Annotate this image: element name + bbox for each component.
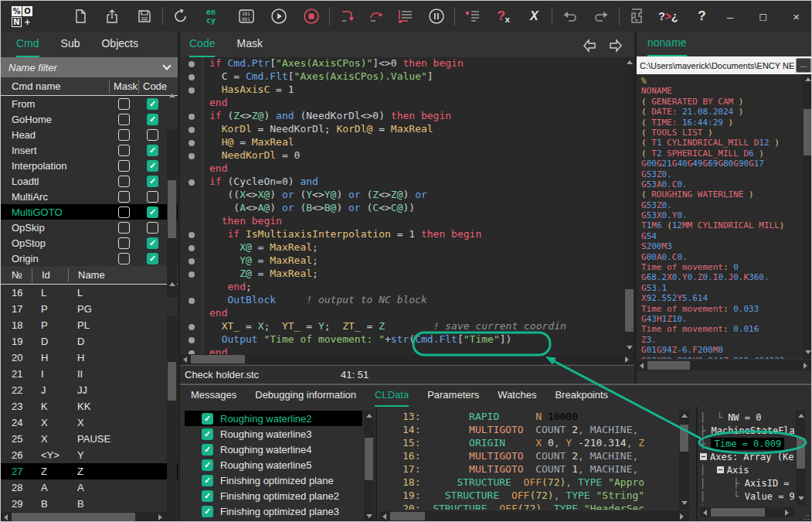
reg-table-row[interactable]: 26<Y>Y [1,447,178,463]
reg-table-row[interactable]: 28AA [1,479,178,496]
tab-sub[interactable]: Sub [61,37,80,57]
tab-cmd[interactable]: Cmd [16,37,39,57]
collapse-box-icon[interactable] [700,453,707,460]
gutter[interactable] [180,307,203,320]
code-line[interactable]: then begin [180,215,634,228]
code-line[interactable]: Y@ = MaxReal; [180,254,634,268]
nc-code-view[interactable]: %NONAME( GENERATED BY CAM )( DATE: 21.08… [637,74,803,359]
cmd-table-row[interactable]: From✓ [1,96,178,111]
checkbox-checked[interactable]: ✓ [147,253,158,264]
code-line[interactable]: KorDl = NeedKorDl; KorDl@ = MaxReal [180,123,634,136]
checkbox-checked[interactable]: ✓ [147,114,158,125]
scroll-right-arrow-icon[interactable] [625,357,629,363]
cmd-table-row[interactable]: OpSkip [1,220,178,235]
breakpoint-dot-icon[interactable] [189,337,195,343]
reg-table-row[interactable]: 17PPG [1,301,178,317]
cldata-scrollbar[interactable] [679,411,689,510]
cldata-hscrollbar[interactable] [379,511,689,521]
code-line[interactable]: Z@ = MaxReal; [180,268,634,281]
code-line[interactable]: end [180,97,634,110]
scroll-down-arrow-icon[interactable] [798,496,804,500]
reg-table-row[interactable]: 18PPL [1,317,178,333]
code-line[interactable]: if IsMultiaxisInterpolation = 1 then beg… [180,228,634,241]
ency-logo[interactable]: ency [202,5,225,28]
cmd-table-row[interactable]: Interpolation✓ [1,158,178,173]
tree-item[interactable]: │ Axis [700,463,794,476]
tab-watches[interactable]: Watches [498,389,536,407]
tree-hscrollbar[interactable] [700,507,794,517]
breakpoint-dot-icon[interactable] [189,153,195,159]
tab-parameters[interactable]: Parameters [427,389,479,407]
breakpoint-gutter[interactable] [180,346,203,354]
breakpoint-gutter[interactable] [180,110,203,123]
checkbox-checked[interactable]: ✓ [202,475,213,486]
reg-table-scrollbar[interactable] [167,316,177,522]
scroll-left-arrow-icon[interactable] [703,510,707,516]
breakpoint-gutter[interactable] [180,254,203,268]
breakpoint-gutter[interactable] [180,241,203,254]
column-header-code[interactable]: Code [138,80,167,94]
editor-scrollbar[interactable] [624,57,634,354]
operation-item[interactable]: ✓Finishing optimized plane2 [185,488,362,503]
checkbox-unchecked[interactable] [147,129,158,141]
cmd-table-row[interactable]: GoHome✓ [1,111,178,127]
resize-grip[interactable]: .:: [804,513,810,521]
breakpoint-gutter[interactable] [180,333,203,346]
operation-item[interactable]: ✓Roughing waterline5 [185,457,362,473]
breakpoint-dot-icon[interactable] [189,114,195,120]
breakpoint-dot-icon[interactable] [189,87,195,94]
checkbox-checked[interactable]: ✓ [202,490,213,502]
reg-table-row[interactable]: 21III [1,366,178,382]
checkbox-checked[interactable]: ✓ [202,413,213,425]
checkbox-unchecked[interactable] [118,176,130,187]
operation-item[interactable]: ✓Finishing optimized plane3 [185,503,362,519]
operations-scrollbar[interactable] [364,411,374,522]
scroll-up-arrow-icon[interactable] [169,282,175,286]
breakpoint-gutter[interactable] [180,57,203,70]
code-line[interactable]: HasAxisC = 1 [180,84,634,97]
redo-icon[interactable] [589,5,613,28]
breakpoint-dot-icon[interactable] [189,127,195,133]
run-icon[interactable] [267,5,290,28]
cmd-table-row[interactable]: MultiGOTO✓ [1,204,178,220]
reg-table-row[interactable]: 22JJJ [1,382,178,398]
operation-item[interactable]: ✓Finishing optimized plane [185,473,362,488]
checkbox-checked[interactable]: ✓ [202,459,213,471]
breakpoint-gutter[interactable] [180,149,203,162]
breakpoint-dot-icon[interactable] [189,245,195,251]
stop-icon[interactable] [300,5,323,28]
checkbox-unchecked[interactable] [118,191,130,203]
scroll-down-arrow-icon[interactable] [681,501,688,505]
cmd-table-row[interactable]: Insert✓ [1,142,178,158]
export-icon[interactable] [100,5,124,28]
checkbox-checked[interactable]: ✓ [202,444,213,455]
scroll-up-arrow-icon[interactable] [366,414,372,418]
checkbox-checked[interactable]: ✓ [147,160,158,172]
code-line[interactable]: C = Cmd.Flt["Axes(AxisCPos).Value"] [180,70,634,84]
clear-questions-icon[interactable]: ?x [492,5,515,28]
syntax-check-icon[interactable]: ?>¿ [657,5,680,28]
checkbox-checked[interactable]: ✓ [202,428,213,440]
checkbox-unchecked[interactable] [147,222,158,234]
step-over-icon[interactable] [365,5,388,28]
minimize-button[interactable]: – [714,5,747,28]
code-line[interactable]: if (CycleOn=0) and [180,176,634,189]
checkbox-unchecked[interactable] [118,114,130,125]
tab-debugging-information[interactable]: Debugging information [255,389,356,407]
cmd-table-row[interactable]: Origin✓ [1,251,178,266]
column-header-cmd-name[interactable]: Cmd name [1,80,109,94]
checkbox-unchecked[interactable] [118,222,130,234]
scroll-up-arrow-icon[interactable] [805,77,811,81]
gutter[interactable] [180,281,203,294]
tree-item[interactable]: ├ MachineStateFlags [700,424,794,437]
cmd-table-row[interactable]: Head [1,127,178,142]
tree-item[interactable]: │ └ NW = 0 [700,411,794,424]
breakpoint-dot-icon[interactable] [189,140,195,146]
breakpoint-dot-icon[interactable] [189,258,195,264]
code-line[interactable]: end [180,346,634,354]
reg-table-row[interactable]: 19DD [1,333,178,350]
nc-scrollbar[interactable] [803,74,812,359]
breakpoint-gutter[interactable] [180,176,203,189]
tree-item[interactable]: │ ├ AxisID = "Axi [700,476,794,490]
breakpoint-dot-icon[interactable] [189,74,195,80]
